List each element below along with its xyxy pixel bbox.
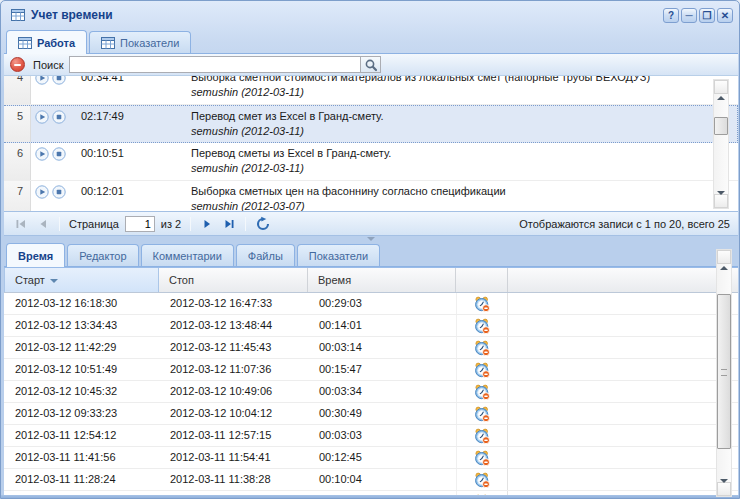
row-number: 6 (4, 143, 31, 180)
play-icon (35, 110, 49, 124)
work-grid-scrollbar[interactable] (713, 79, 729, 209)
time-row[interactable]: 2012-03-11 11:28:24 2012-03-11 11:38:28 … (4, 469, 738, 491)
cell-duration: 00:15:47 (308, 359, 456, 380)
prev-page-button[interactable] (34, 215, 52, 233)
cell-clock[interactable] (456, 403, 508, 424)
stop-icon (52, 147, 66, 161)
work-row[interactable]: 4 00:34:41 Выборка сметной стоимости мат… (4, 76, 738, 105)
scroll-down-button[interactable] (714, 194, 728, 208)
cell-clock[interactable] (456, 337, 508, 358)
time-row[interactable]: 2012-03-12 16:18:30 2012-03-12 16:47:33 … (4, 293, 738, 315)
scroll-up-button[interactable] (717, 250, 731, 264)
window-bottom-frame (1, 495, 739, 498)
time-row[interactable]: 2012-03-12 10:51:49 2012-03-12 11:07:36 … (4, 359, 738, 381)
close-button[interactable]: ✕ (717, 8, 733, 23)
time-row[interactable]: 2012-03-12 09:33:23 2012-03-12 10:04:12 … (4, 403, 738, 425)
cell-stop: 2012-03-11 12:57:15 (159, 425, 308, 446)
task-duration: 00:10:51 (81, 147, 124, 159)
tab-vremya[interactable]: Время (6, 243, 65, 267)
maximize-button[interactable]: ❐ (699, 8, 715, 23)
column-header-icon[interactable] (456, 268, 508, 292)
work-row[interactable]: 6 00:10:51 Перевод сметы из Excel в Гран… (4, 143, 738, 181)
cell-stop: 2012-03-12 13:48:44 (159, 315, 308, 336)
tab-redaktor[interactable]: Редактор (67, 244, 138, 266)
task-duration: 00:12:01 (81, 185, 124, 197)
task-description: Выборка сметных цен на фасоннину согласн… (191, 185, 702, 197)
cell-empty (508, 337, 738, 358)
alarm-clock-remove-icon (474, 384, 490, 400)
work-row[interactable]: 7 00:12:01 Выборка сметных цен на фасонн… (4, 181, 738, 211)
arrow-up-icon (720, 251, 728, 270)
search-toolbar: Поиск (4, 54, 738, 76)
play-icon (35, 147, 49, 161)
time-row[interactable]: 2012-03-11 12:54:12 2012-03-11 12:57:15 … (4, 425, 738, 447)
search-button[interactable] (361, 56, 381, 73)
time-row[interactable]: 2012-03-12 13:34:43 2012-03-12 13:48:44 … (4, 315, 738, 337)
play-button[interactable] (34, 184, 49, 199)
cell-clock[interactable] (456, 293, 508, 314)
cell-empty (508, 315, 738, 336)
refresh-button[interactable] (253, 215, 271, 233)
alarm-clock-remove-icon (474, 296, 490, 312)
cell-duration: 00:03:03 (308, 425, 456, 446)
tab-kommentarii[interactable]: Комментарии (141, 244, 234, 266)
main-tab-bar: Работа Показатели (4, 27, 738, 54)
play-button[interactable] (34, 76, 49, 85)
time-row[interactable]: 2012-03-12 11:42:29 2012-03-12 11:45:43 … (4, 337, 738, 359)
next-page-button[interactable] (198, 215, 216, 233)
stop-icon (52, 76, 66, 85)
tab-rabota[interactable]: Работа (6, 30, 87, 54)
cell-duration: 00:30:49 (308, 403, 456, 424)
page-label: Страница (69, 218, 119, 230)
column-header-stop[interactable]: Стоп (159, 268, 308, 292)
tab-pokazateli-detail[interactable]: Показатели (297, 244, 380, 266)
scroll-down-button[interactable] (717, 482, 731, 496)
splitter-collapse-icon[interactable] (367, 237, 375, 241)
time-row[interactable]: 2012-03-12 10:45:32 2012-03-12 10:49:06 … (4, 381, 738, 403)
scroll-up-button[interactable] (714, 80, 728, 94)
tab-label: Работа (37, 37, 75, 49)
prev-page-icon (36, 217, 50, 231)
play-icon (35, 76, 49, 85)
cell-clock[interactable] (456, 425, 508, 446)
cell-clock[interactable] (456, 315, 508, 336)
stop-button[interactable] (51, 184, 66, 199)
scrollbar-thumb[interactable] (714, 117, 728, 135)
search-input[interactable] (69, 56, 361, 73)
cell-stop: 2012-03-12 11:07:36 (159, 359, 308, 380)
task-description: Перевод смет из Excel в Гранд-смету. (191, 110, 701, 122)
page-number-input[interactable] (125, 216, 155, 232)
tab-faily[interactable]: Файлы (236, 244, 295, 266)
play-button[interactable] (34, 109, 49, 124)
alarm-clock-remove-icon (474, 450, 490, 466)
first-page-button[interactable] (12, 215, 30, 233)
task-duration: 02:17:49 (81, 110, 124, 122)
cell-clock[interactable] (456, 469, 508, 490)
column-header-time[interactable]: Время (308, 268, 456, 292)
task-author: semushin (2012-03-07) (191, 200, 702, 211)
last-page-button[interactable] (220, 215, 238, 233)
stop-button[interactable] (51, 146, 66, 161)
first-page-icon (14, 217, 28, 231)
cell-clock[interactable] (456, 359, 508, 380)
cell-clock[interactable] (456, 447, 508, 468)
minimize-button[interactable]: ─ (681, 8, 697, 23)
cell-clock[interactable] (456, 381, 508, 402)
scrollbar-thumb[interactable] (717, 294, 731, 449)
window-title: Учет времени (31, 8, 661, 22)
cell-start: 2012-03-12 10:45:32 (4, 381, 159, 402)
stop-record-button[interactable] (10, 57, 25, 72)
tab-pokazateli[interactable]: Показатели (89, 31, 191, 53)
work-row[interactable]: 5 02:17:49 Перевод смет из Excel в Гранд… (4, 105, 738, 143)
toolbar-separator (245, 217, 246, 231)
time-table-scrollbar[interactable] (716, 249, 732, 497)
stop-button[interactable] (51, 109, 66, 124)
tab-label: Показатели (309, 250, 368, 262)
window-titlebar[interactable]: Учет времени ? ─ ❐ ✕ (4, 3, 738, 27)
column-header-start[interactable]: Старт (4, 268, 159, 292)
time-row[interactable]: 2012-03-11 11:41:56 2012-03-11 11:54:41 … (4, 447, 738, 469)
play-button[interactable] (34, 146, 49, 161)
help-button[interactable]: ? (663, 8, 679, 23)
stop-button[interactable] (51, 76, 66, 85)
cell-stop: 2012-03-12 16:47:33 (159, 293, 308, 314)
